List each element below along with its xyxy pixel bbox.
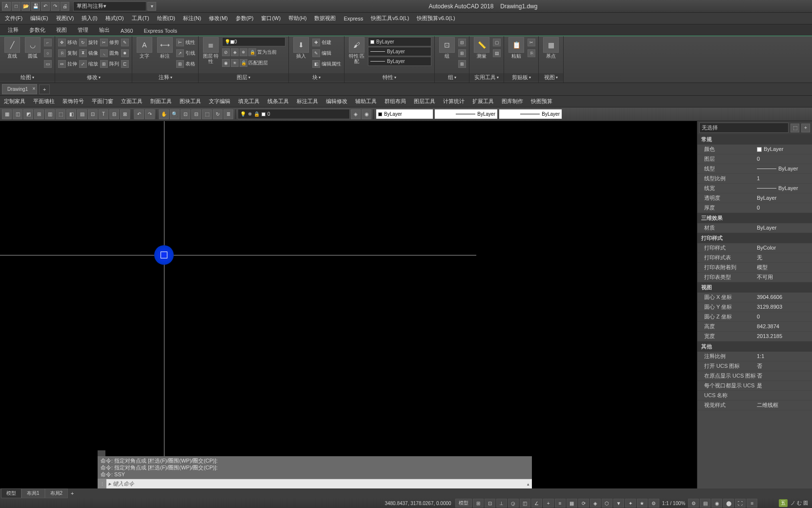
match-props-button[interactable]: 🖌特性 匹配: [347, 37, 366, 64]
ribbon-tab-parametric[interactable]: 参数化: [24, 24, 50, 36]
ttab-12[interactable]: 辅助工具: [351, 96, 381, 106]
ttab-9[interactable]: 线条工具: [264, 96, 293, 106]
cycle-toggle[interactable]: ⟳: [578, 499, 589, 508]
linear-button[interactable]: ⊢线性: [176, 37, 195, 47]
rect-button[interactable]: ▭: [44, 59, 52, 69]
ttab-13[interactable]: 群组布局: [381, 96, 410, 106]
text-button[interactable]: A文字: [135, 37, 154, 59]
menu-draw[interactable]: 绘图(D): [153, 13, 179, 23]
prop-annoscale[interactable]: 1:1: [757, 353, 812, 360]
prop-centerx[interactable]: 3904.6606: [757, 294, 812, 301]
ttab-14[interactable]: 图层工具: [410, 96, 439, 106]
ribbon-tab-manage[interactable]: 管理: [73, 24, 93, 36]
3dosnap-toggle[interactable]: ◈: [590, 499, 601, 508]
menu-modify[interactable]: 修改(M): [205, 13, 232, 23]
dim-button[interactable]: ⟷标注: [156, 37, 174, 59]
transp-toggle[interactable]: ▦: [567, 499, 577, 508]
prop-linetype[interactable]: ByLayer: [757, 165, 812, 172]
ttab-6[interactable]: 图块工具: [176, 96, 205, 106]
dyn-toggle[interactable]: +: [543, 499, 554, 508]
menu-edit[interactable]: 编辑(E): [26, 13, 52, 23]
isolate-icon[interactable]: ◉: [711, 499, 722, 508]
scale-button[interactable]: ⤢缩放: [79, 59, 98, 69]
explode-button[interactable]: ✸: [121, 48, 129, 58]
prop-ucsname[interactable]: [757, 392, 812, 399]
menu-window[interactable]: 窗口(W): [257, 13, 284, 23]
print-icon[interactable]: 🖨: [61, 2, 69, 11]
menu-express[interactable]: Express: [340, 14, 367, 23]
scroll-up-icon[interactable]: ▴: [524, 482, 532, 487]
anno-auto-toggle[interactable]: ⚙: [649, 499, 659, 508]
menu-file[interactable]: 文件(F): [1, 13, 26, 23]
group-sel-button[interactable]: ⊠: [458, 59, 466, 69]
tb-undo[interactable]: ↶: [134, 109, 144, 119]
quickselect-icon[interactable]: ⬚: [791, 124, 799, 132]
ttab-2[interactable]: 装饰符号: [59, 96, 88, 106]
prop-material[interactable]: ByLayer: [757, 224, 812, 232]
ttab-10[interactable]: 标注工具: [293, 96, 322, 106]
ime-indicator[interactable]: 五: [779, 499, 788, 507]
tb-11[interactable]: ⊟: [109, 109, 119, 119]
close-tab-icon[interactable]: ×: [32, 86, 35, 91]
tb-lay1[interactable]: ◈: [351, 109, 361, 119]
otrack-toggle[interactable]: ∠: [531, 499, 542, 508]
linetype-select[interactable]: ByLayer: [368, 47, 431, 56]
layer-combo[interactable]: 💡❄🔒0: [238, 109, 350, 119]
prop-thickness[interactable]: 0: [757, 204, 812, 212]
layer-lock-button[interactable]: 🔒: [248, 47, 256, 57]
ribbon-tab-output[interactable]: 输出: [94, 24, 115, 36]
tb-6[interactable]: ⬚: [56, 109, 65, 119]
ttab-18[interactable]: 快图预算: [527, 96, 556, 106]
match-layer-button[interactable]: 匹配图层: [248, 58, 268, 68]
menu-kuaitu[interactable]: 快图工具v5.0(L): [367, 13, 413, 23]
tb-5[interactable]: ▥: [45, 109, 55, 119]
tb-8[interactable]: ▤: [77, 109, 87, 119]
prop-color[interactable]: ByLayer: [757, 146, 812, 153]
tb-zoome[interactable]: ⬚: [202, 109, 212, 119]
ribbon-tab-a360[interactable]: A360: [116, 26, 138, 36]
ribbon-tab-annotate[interactable]: 注释: [3, 24, 23, 36]
tb-10[interactable]: T: [99, 109, 108, 119]
tb-4[interactable]: ⊞: [34, 109, 44, 119]
layer-current-select[interactable]: 💡 0: [222, 37, 285, 46]
group-button[interactable]: ⊡组: [438, 37, 456, 59]
new-icon[interactable]: □: [12, 2, 20, 11]
edit-attr-button[interactable]: ◧编辑属性: [312, 59, 341, 69]
save-icon[interactable]: 💾: [31, 2, 40, 11]
line-button[interactable]: ╱直线: [3, 37, 21, 59]
copy-button[interactable]: ⎘复制: [58, 48, 77, 58]
erase-button[interactable]: ✎: [121, 37, 129, 47]
lwt-toggle[interactable]: ≡: [555, 499, 566, 508]
ttab-11[interactable]: 编辑修改: [322, 96, 351, 106]
lineweight-combo[interactable]: ByLayer: [499, 109, 562, 119]
app-menu-icon[interactable]: A: [2, 2, 11, 11]
copy-clip-button[interactable]: ⎘: [528, 48, 535, 58]
color-combo[interactable]: ByLayer: [376, 109, 433, 119]
move-button[interactable]: ✥移动: [58, 37, 77, 47]
base-button[interactable]: ▦基点: [542, 37, 560, 59]
prop-ucsvp[interactable]: 是: [757, 382, 812, 389]
prop-ltscale[interactable]: 1: [757, 175, 812, 182]
create-block-button[interactable]: ✚创建: [312, 37, 341, 47]
ttab-7[interactable]: 文字编辑: [205, 96, 234, 106]
cut-button[interactable]: ✂: [528, 37, 535, 47]
menu-kuaitu-budget[interactable]: 快图预算v6.0(L): [413, 13, 459, 23]
array-button[interactable]: ⊞阵列: [100, 59, 119, 69]
lineweight-select[interactable]: ByLayer: [368, 57, 431, 66]
prop-height[interactable]: 842.3874: [757, 323, 812, 330]
prop-lineweight[interactable]: ByLayer: [757, 185, 812, 192]
menu-insert[interactable]: 插入(I): [78, 13, 101, 23]
table-button[interactable]: ⊞表格: [176, 59, 195, 69]
grid-toggle[interactable]: ⊞: [473, 499, 484, 508]
ribbon-tab-express[interactable]: Express Tools: [139, 26, 182, 36]
prop-layer[interactable]: 0: [757, 155, 812, 163]
edit-block-button[interactable]: ✎编辑: [312, 48, 341, 58]
polyline-button[interactable]: ⌐: [44, 37, 52, 47]
menu-tools[interactable]: 工具(T): [128, 13, 153, 23]
select-button[interactable]: ▢: [493, 37, 501, 47]
layout-tab-1[interactable]: 布局1: [21, 488, 45, 498]
layer-off-button[interactable]: ⊘: [222, 47, 230, 57]
tb-7[interactable]: ◧: [66, 109, 76, 119]
selection-type[interactable]: 无选择: [699, 123, 789, 133]
menu-view[interactable]: 视图(V): [52, 13, 78, 23]
